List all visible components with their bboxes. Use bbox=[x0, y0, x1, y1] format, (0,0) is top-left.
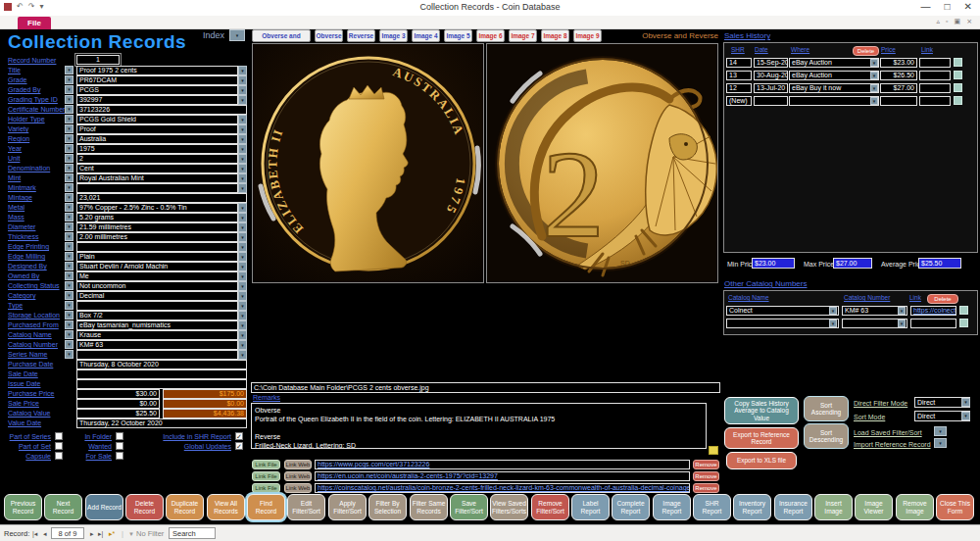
field-label-edge-printing[interactable]: Edge Printing bbox=[8, 242, 49, 251]
add-record-button[interactable]: Add Record bbox=[85, 494, 123, 520]
find-record-button[interactable]: Find Record bbox=[247, 494, 285, 520]
catalog-link-field[interactable] bbox=[910, 319, 956, 328]
next-record-icon[interactable]: ▸ bbox=[90, 529, 94, 539]
record-number-field[interactable]: 1 bbox=[76, 55, 120, 65]
sale-price-field[interactable]: $0.00 bbox=[76, 399, 160, 409]
load-saved-filter-dropdown[interactable]: ▾ bbox=[934, 426, 947, 436]
delete-record-button[interactable]: Delete Record bbox=[125, 494, 164, 520]
sales-where-dropdown-icon[interactable]: ▾ bbox=[870, 59, 878, 67]
sales-where-dropdown-icon[interactable]: ▾ bbox=[870, 72, 878, 79]
catalog-delete-button[interactable]: Delete bbox=[927, 294, 958, 304]
left-dropdown-icon[interactable]: ▾ bbox=[65, 95, 74, 104]
denomination-field[interactable]: Cent bbox=[76, 164, 238, 173]
catalog-value-alt-field[interactable]: $4,436.38 bbox=[163, 409, 247, 418]
left-dropdown-icon[interactable]: ▾ bbox=[65, 173, 74, 182]
right-dropdown-icon[interactable]: ▾ bbox=[238, 154, 247, 164]
right-dropdown-icon[interactable]: ▾ bbox=[238, 301, 247, 311]
catalog-link-field[interactable]: https://colnect.c bbox=[910, 306, 956, 316]
link-web-button[interactable]: Link Web bbox=[284, 483, 312, 493]
sort-ascending-button[interactable]: Sort Ascending bbox=[804, 396, 849, 421]
graded-by-field[interactable]: PCGS bbox=[76, 85, 238, 95]
left-dropdown-icon[interactable]: ▾ bbox=[65, 301, 74, 310]
field-label-mintmark[interactable]: Mintmark bbox=[8, 183, 36, 192]
field-label-certificate-number[interactable]: Certificate Number bbox=[8, 105, 65, 114]
issue-date-field[interactable] bbox=[76, 379, 247, 389]
sales-where-dropdown-icon[interactable]: ▾ bbox=[870, 97, 878, 105]
series-name-field[interactable] bbox=[76, 350, 238, 360]
view-saved-filters-sorts-button[interactable]: View Saved Filters/Sorts bbox=[490, 494, 528, 520]
field-label-mintage[interactable]: Mintage bbox=[8, 193, 32, 202]
sort-mode-label[interactable]: Sort Mode bbox=[854, 413, 885, 421]
tab-image-6[interactable]: Image 6 bbox=[476, 29, 505, 42]
tab-image-4[interactable]: Image 4 bbox=[412, 29, 440, 42]
purchased-from-field[interactable]: eBay tasmanian_numismatics bbox=[76, 320, 238, 330]
mintmark-field[interactable] bbox=[76, 183, 238, 193]
sales-history-title[interactable]: Sales History bbox=[724, 31, 770, 40]
field-label-issue-date[interactable]: Issue Date bbox=[8, 379, 40, 388]
right-dropdown-icon[interactable]: ▾ bbox=[238, 271, 247, 281]
field-label-grading-type-id[interactable]: Grading Type ID bbox=[8, 95, 58, 104]
catalog-name-field[interactable]: Krause bbox=[76, 330, 238, 340]
apply-filter-sort-button[interactable]: Apply Filter/Sort bbox=[328, 494, 367, 520]
sales-price-field[interactable]: $26.50 bbox=[880, 71, 917, 80]
field-label-storage-location[interactable]: Storage Location bbox=[8, 311, 60, 320]
field-label-category[interactable]: Category bbox=[8, 291, 35, 300]
file-tab[interactable]: File bbox=[18, 17, 51, 29]
left-dropdown-icon[interactable]: ▾ bbox=[65, 193, 74, 202]
checkbox-for-sale[interactable] bbox=[116, 452, 123, 460]
sales-price-field[interactable]: $27.00 bbox=[880, 83, 917, 93]
link-file-button[interactable]: Link File bbox=[252, 471, 280, 481]
complete-report-button[interactable]: Complete Report bbox=[612, 494, 650, 520]
load-saved-filter-label[interactable]: Load Saved Filter/Sort bbox=[854, 428, 922, 437]
field-label-designed-by[interactable]: Designed By bbox=[8, 262, 47, 270]
catalog-col-header-link[interactable]: Link bbox=[909, 294, 921, 302]
url-field[interactable]: https://coinscatalog.net/australia/coin-… bbox=[315, 483, 690, 493]
field-label-sale-date[interactable]: Sale Date bbox=[8, 369, 38, 378]
mass-field[interactable]: 5.20 grams bbox=[76, 213, 238, 222]
direct-filter-mode-dropdown-icon[interactable]: ▾ bbox=[961, 398, 970, 407]
last-record-icon[interactable]: ▸| bbox=[98, 529, 103, 539]
left-dropdown-icon[interactable]: ▾ bbox=[65, 154, 74, 163]
insurance-report-button[interactable]: Insurance Report bbox=[774, 494, 812, 520]
right-dropdown-icon[interactable]: ▾ bbox=[238, 291, 247, 301]
right-dropdown-icon[interactable]: ▾ bbox=[238, 66, 247, 75]
direct-filter-mode-label[interactable]: Direct Filter Mode bbox=[854, 399, 907, 408]
index-dropdown[interactable]: ▾ bbox=[229, 29, 245, 41]
sales-shr-field[interactable]: 12 bbox=[726, 83, 752, 93]
field-label-region[interactable]: Region bbox=[8, 134, 29, 143]
field-label-value-date[interactable]: Value Date bbox=[8, 418, 41, 427]
left-dropdown-icon[interactable]: ▾ bbox=[65, 203, 74, 212]
catalog-value-field[interactable]: $25.50 bbox=[76, 409, 160, 418]
left-dropdown-icon[interactable]: ▾ bbox=[65, 242, 74, 251]
right-dropdown-icon[interactable]: ▾ bbox=[238, 311, 247, 320]
link-web-button[interactable]: Link Web bbox=[284, 460, 312, 469]
catalog-link-button[interactable] bbox=[959, 319, 968, 327]
catalog-name-dropdown-icon[interactable]: ▾ bbox=[829, 307, 837, 315]
catalog-name-dropdown-icon[interactable]: ▾ bbox=[829, 320, 837, 327]
sales-col-header-where[interactable]: Where bbox=[791, 46, 809, 54]
tab-obverse-and-reverse[interactable]: Obverse and Reverse bbox=[252, 29, 311, 42]
left-dropdown-icon[interactable]: ▾ bbox=[65, 320, 74, 329]
grade-field[interactable]: PR67DCAM bbox=[76, 75, 238, 85]
sales-link-field[interactable] bbox=[919, 71, 951, 80]
minimize-button[interactable]: — bbox=[921, 1, 931, 12]
metal-field[interactable]: 97% Copper - 2.5% Zinc - 0.5% Tin bbox=[76, 203, 238, 213]
unit-field[interactable]: 2 bbox=[76, 154, 238, 164]
catalog-col-header-number[interactable]: Catalog Number bbox=[844, 294, 890, 302]
sales-link-field[interactable] bbox=[919, 96, 951, 106]
field-label-graded-by[interactable]: Graded By bbox=[8, 85, 40, 94]
right-dropdown-icon[interactable]: ▾ bbox=[238, 173, 247, 183]
sales-delete-button[interactable]: Delete bbox=[853, 46, 879, 56]
left-dropdown-icon[interactable]: ▾ bbox=[65, 262, 74, 270]
image-report-button[interactable]: Image Report bbox=[653, 494, 691, 520]
edge-printing-field[interactable] bbox=[76, 242, 238, 252]
sales-link-field[interactable] bbox=[919, 83, 951, 93]
field-label-series-name[interactable]: Series Name bbox=[8, 350, 47, 359]
purchase-price-alt-field[interactable]: $175.00 bbox=[163, 389, 247, 399]
image-path-field[interactable]: C:\Coin Database Main Folder\PCGS 2 cent… bbox=[251, 382, 720, 393]
field-label-purchase-date[interactable]: Purchase Date bbox=[8, 360, 53, 369]
field-label-sale-price[interactable]: Sale Price bbox=[8, 399, 39, 408]
link-file-button[interactable]: Link File bbox=[252, 483, 280, 493]
import-reference-dropdown[interactable]: ▾ bbox=[934, 438, 947, 448]
catalog-number-dropdown-icon[interactable]: ▾ bbox=[898, 307, 906, 315]
